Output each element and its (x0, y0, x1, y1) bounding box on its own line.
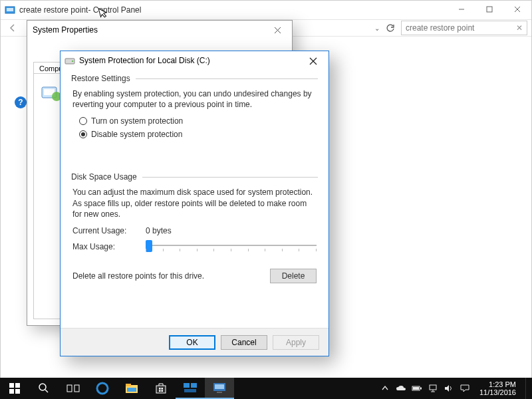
task-view-button[interactable] (59, 378, 88, 399)
spld-title-text: System Protection for Local Disk (C:) (79, 56, 210, 65)
svg-rect-32 (184, 383, 190, 388)
svg-point-23 (97, 383, 108, 394)
svg-rect-29 (162, 388, 164, 390)
restore-settings-text: By enabling system protection, you can u… (72, 88, 317, 110)
svg-rect-1 (7, 8, 13, 11)
close-button[interactable] (503, 1, 531, 18)
svg-rect-40 (413, 387, 419, 390)
nav-back-button[interactable] (5, 21, 21, 35)
current-usage-row: Current Usage: 0 bytes (72, 226, 317, 235)
delete-text: Delete all restore points for this drive… (72, 271, 204, 281)
radio-turn-on-label: Turn on system protection (91, 116, 183, 126)
current-usage-label: Current Usage: (72, 226, 132, 235)
restore-settings-label: Restore Settings (71, 74, 130, 83)
radio-turn-on[interactable]: Turn on system protection (79, 116, 329, 126)
svg-rect-36 (215, 384, 224, 389)
svg-rect-31 (162, 390, 164, 392)
svg-rect-37 (217, 392, 222, 393)
svg-rect-30 (159, 390, 161, 392)
delete-button[interactable]: Delete (270, 269, 317, 283)
tray-battery-icon[interactable] (412, 383, 422, 394)
sysprops-close-button[interactable] (265, 23, 289, 37)
taskbar-app-edge[interactable] (88, 378, 117, 399)
taskbar-clock[interactable]: 1:23 PM 11/13/2016 (475, 380, 520, 396)
radio-disable-label: Disable system protection (91, 130, 182, 139)
svg-rect-39 (420, 388, 422, 390)
restore-settings-header: Restore Settings (71, 74, 318, 83)
svg-rect-17 (9, 389, 14, 394)
system-protection-icon (39, 83, 62, 103)
system-tray: 1:23 PM 11/13/2016 (380, 378, 532, 399)
spld-titlebar: System Protection for Local Disk (C:) (61, 51, 329, 70)
cp-title-prefix: create restore point (19, 5, 88, 15)
taskbar-app-system[interactable] (205, 378, 234, 399)
svg-point-19 (39, 384, 46, 390)
radio-disable[interactable]: Disable system protection (79, 130, 329, 139)
svg-rect-15 (9, 383, 14, 388)
minimize-button[interactable] (448, 1, 475, 18)
disk-space-header: Disk Space Usage (71, 172, 318, 182)
show-desktop-button[interactable] (525, 378, 529, 399)
current-usage-value: 0 bytes (146, 226, 172, 235)
svg-rect-16 (15, 383, 20, 388)
spld-footer: OK Cancel Apply (61, 328, 329, 356)
help-icon[interactable]: ? (15, 96, 27, 108)
taskbar-app-control-panel[interactable] (176, 378, 205, 399)
svg-rect-34 (184, 389, 196, 392)
radio-icon (79, 130, 87, 138)
cp-title-suffix: - Control Panel (88, 5, 141, 15)
svg-rect-21 (67, 385, 72, 392)
cancel-button[interactable]: Cancel (221, 335, 267, 350)
svg-rect-25 (126, 384, 131, 386)
taskbar-app-store[interactable] (146, 378, 176, 399)
address-dropdown-icon[interactable]: ⌄ (374, 25, 380, 32)
clear-search-icon[interactable]: ✕ (515, 23, 524, 33)
tray-action-center-icon[interactable] (460, 383, 470, 394)
sysprops-title: System Properties (27, 21, 292, 39)
svg-rect-28 (159, 388, 161, 390)
svg-point-12 (72, 61, 73, 62)
svg-rect-41 (430, 385, 436, 390)
tray-onedrive-icon[interactable] (396, 383, 406, 394)
cp-window-controls (448, 1, 531, 18)
control-panel-icon (5, 5, 15, 15)
search-button[interactable] (29, 378, 59, 399)
max-usage-row: Max Usage: (72, 239, 317, 257)
cp-search-input[interactable] (404, 23, 515, 33)
refresh-button[interactable] (384, 21, 397, 35)
system-protection-dialog: System Protection for Local Disk (C:) Re… (60, 51, 329, 356)
cp-search-box[interactable]: ✕ (401, 21, 527, 35)
apply-button[interactable]: Apply (273, 335, 319, 350)
taskbar: 1:23 PM 11/13/2016 (0, 378, 532, 399)
tray-chevron-up-icon[interactable] (380, 383, 390, 394)
taskbar-app-explorer[interactable] (117, 378, 146, 399)
svg-rect-33 (191, 383, 197, 388)
radio-icon (79, 117, 87, 125)
spld-close-button[interactable] (302, 55, 325, 68)
svg-rect-18 (15, 389, 20, 394)
clock-time: 1:23 PM (479, 380, 516, 388)
svg-rect-3 (487, 7, 492, 12)
tray-network-icon[interactable] (428, 383, 438, 394)
max-usage-label: Max Usage: (72, 239, 132, 251)
clock-date: 11/13/2016 (479, 388, 516, 396)
svg-line-20 (45, 390, 48, 392)
maximize-button[interactable] (475, 1, 503, 18)
tray-volume-icon[interactable] (444, 383, 454, 394)
start-button[interactable] (0, 378, 29, 399)
svg-rect-22 (74, 385, 79, 392)
protection-radio-group: Turn on system protection Disable system… (79, 116, 329, 139)
drive-icon (65, 55, 75, 66)
disk-space-text: You can adjust the maximum disk space us… (72, 187, 317, 219)
delete-row: Delete all restore points for this drive… (72, 269, 317, 283)
ok-button[interactable]: OK (169, 335, 215, 350)
max-usage-slider[interactable] (146, 239, 317, 257)
disk-space-label: Disk Space Usage (71, 172, 137, 182)
svg-rect-27 (156, 386, 166, 393)
spld-body: Restore Settings By enabling system prot… (61, 74, 329, 283)
svg-rect-26 (127, 388, 136, 392)
